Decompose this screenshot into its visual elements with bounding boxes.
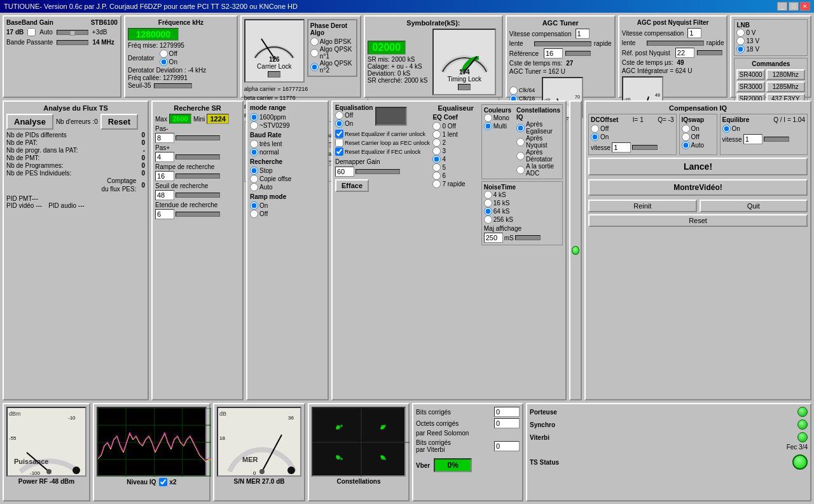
maximize-button[interactable]: □ bbox=[789, 2, 799, 11]
range-1600-radio[interactable] bbox=[250, 113, 258, 121]
noise-4ks-radio[interactable] bbox=[484, 191, 492, 199]
baud-tres-lent-radio[interactable] bbox=[250, 140, 258, 148]
const-derotator-radio[interactable] bbox=[516, 152, 525, 160]
demapper-slider[interactable] bbox=[355, 169, 400, 174]
maj-val-input[interactable] bbox=[484, 233, 503, 243]
nyq-vitesse-input[interactable] bbox=[687, 28, 701, 38]
dcoffset-on-radio[interactable] bbox=[591, 133, 599, 141]
demapper-gain-input[interactable] bbox=[335, 167, 354, 177]
reset-eq-carrier-cb[interactable] bbox=[335, 130, 343, 138]
lnb-18v-radio[interactable] bbox=[736, 45, 745, 53]
noise-64ks-radio[interactable] bbox=[484, 207, 492, 215]
couleurs-mono-radio[interactable] bbox=[484, 114, 492, 122]
window-controls[interactable]: _ □ ✕ bbox=[777, 2, 810, 11]
bande-slider[interactable] bbox=[57, 40, 88, 45]
noise-16ks-radio[interactable] bbox=[484, 199, 492, 207]
eqcoef-1-radio[interactable] bbox=[432, 130, 441, 139]
eqcoef-5-radio[interactable] bbox=[432, 163, 441, 172]
ref-nyq-slider[interactable] bbox=[697, 50, 722, 55]
ramp-on-radio[interactable] bbox=[250, 201, 258, 210]
algo-qpsk1-radio[interactable] bbox=[310, 49, 319, 57]
pas-minus-slider[interactable] bbox=[176, 135, 220, 140]
auto-checkbox[interactable] bbox=[27, 28, 36, 36]
vber-display: 0% bbox=[434, 458, 472, 472]
vitesse2-slider[interactable] bbox=[764, 137, 789, 142]
rech-copie-radio[interactable] bbox=[250, 175, 258, 183]
couleurs-multi-radio[interactable] bbox=[484, 122, 492, 130]
const-adc-radio[interactable] bbox=[516, 166, 525, 174]
reset-eq-fec-cb[interactable] bbox=[335, 147, 343, 156]
pas-minus-input[interactable] bbox=[155, 133, 174, 143]
const-nyquist-radio[interactable] bbox=[516, 138, 525, 146]
analyse-button[interactable]: Analyse bbox=[6, 114, 53, 130]
ref-nyq-input[interactable] bbox=[675, 48, 694, 58]
vitesse-iq-slider[interactable] bbox=[632, 145, 658, 150]
rampe-slider[interactable] bbox=[176, 174, 220, 179]
nyq-slider[interactable] bbox=[647, 41, 704, 46]
equal-on-radio[interactable] bbox=[335, 119, 343, 128]
mhz1280-button[interactable]: 1280Mhz bbox=[766, 69, 805, 80]
octets-corr-input[interactable] bbox=[494, 418, 520, 428]
minimize-button[interactable]: _ bbox=[777, 2, 787, 11]
eqcoef-3-radio[interactable] bbox=[432, 147, 441, 155]
close-button[interactable]: ✕ bbox=[800, 2, 810, 11]
couleurs-mono-label: Mono bbox=[493, 114, 509, 121]
reference-input[interactable] bbox=[544, 48, 563, 58]
seuil-slider[interactable] bbox=[154, 83, 192, 88]
const-egaliseur-radio[interactable] bbox=[516, 124, 525, 132]
niveau-iq-checkbox[interactable] bbox=[159, 478, 167, 486]
iqswap-on-radio[interactable] bbox=[682, 125, 690, 133]
ref-slider[interactable] bbox=[565, 51, 591, 56]
reset-carrier-fec-cb[interactable] bbox=[335, 139, 343, 147]
ts-status-label: TS Status bbox=[530, 459, 559, 466]
etendue-slider[interactable] bbox=[176, 212, 220, 217]
lnb-0v-radio[interactable] bbox=[736, 29, 745, 37]
baud-normal-radio[interactable] bbox=[250, 148, 258, 156]
mhz1285-button[interactable]: 1285Mhz bbox=[766, 81, 805, 92]
quit-button[interactable]: Quit bbox=[700, 200, 808, 212]
rampe-input[interactable] bbox=[155, 171, 174, 181]
eqcoef-4-radio[interactable] bbox=[432, 155, 441, 163]
clk64-radio[interactable] bbox=[509, 86, 518, 95]
seuil-rech-input[interactable] bbox=[155, 190, 174, 200]
reinit-button[interactable]: Reinit bbox=[588, 200, 697, 212]
ramp-off-radio[interactable] bbox=[250, 210, 258, 218]
sr3000-button[interactable]: SR3000 bbox=[736, 81, 764, 92]
vitesse-iq-input[interactable] bbox=[612, 142, 631, 153]
gain-slider[interactable] bbox=[57, 30, 88, 35]
pas-plus-input[interactable] bbox=[155, 152, 174, 162]
bits-viterbi-input[interactable] bbox=[494, 441, 520, 451]
rech-stop-radio[interactable] bbox=[250, 167, 258, 175]
eqcoef-0-radio[interactable] bbox=[432, 122, 441, 130]
algo-bpsk-radio[interactable] bbox=[310, 37, 319, 46]
dcoffset-off-radio[interactable] bbox=[591, 125, 599, 133]
derot-off-radio[interactable] bbox=[160, 50, 168, 58]
pas-plus-slider[interactable] bbox=[176, 154, 220, 160]
rech-auto-radio[interactable] bbox=[250, 183, 258, 191]
range-stv-radio[interactable] bbox=[250, 121, 258, 130]
eqcoef-6-radio[interactable] bbox=[432, 172, 441, 180]
lance-button[interactable]: Lance! bbox=[588, 158, 808, 175]
iqswap-off-radio[interactable] bbox=[682, 133, 690, 141]
algo-qpsk2-radio[interactable] bbox=[310, 63, 319, 71]
agc-tuner-slider[interactable] bbox=[534, 41, 591, 46]
sr4000-button[interactable]: SR4000 bbox=[736, 69, 764, 80]
noise-256ks-radio[interactable] bbox=[484, 215, 492, 224]
vitesse-comp-input[interactable] bbox=[576, 29, 590, 39]
seuil-rech-slider[interactable] bbox=[176, 193, 220, 198]
eqcoef-2-radio[interactable] bbox=[432, 139, 441, 147]
maj-slider[interactable] bbox=[515, 235, 541, 240]
eqcoef-7-radio[interactable] bbox=[432, 180, 441, 188]
etendue-input[interactable] bbox=[155, 209, 174, 219]
iqswap-auto-radio[interactable] bbox=[682, 141, 690, 149]
equal-off-radio[interactable] bbox=[335, 111, 343, 119]
efface-button[interactable]: Efface bbox=[335, 179, 369, 192]
montre-video-button[interactable]: MontreVidéo! bbox=[588, 179, 808, 196]
equilibre-on-radio[interactable] bbox=[722, 125, 731, 133]
bits-corr-input[interactable] bbox=[494, 407, 520, 417]
reset-button[interactable]: Reset bbox=[588, 214, 808, 227]
derot-on-radio[interactable] bbox=[160, 58, 168, 66]
vitesse2-input[interactable] bbox=[743, 134, 762, 144]
lnb-13v-radio[interactable] bbox=[736, 37, 745, 45]
reset-flux-button[interactable]: Reset bbox=[100, 114, 138, 130]
